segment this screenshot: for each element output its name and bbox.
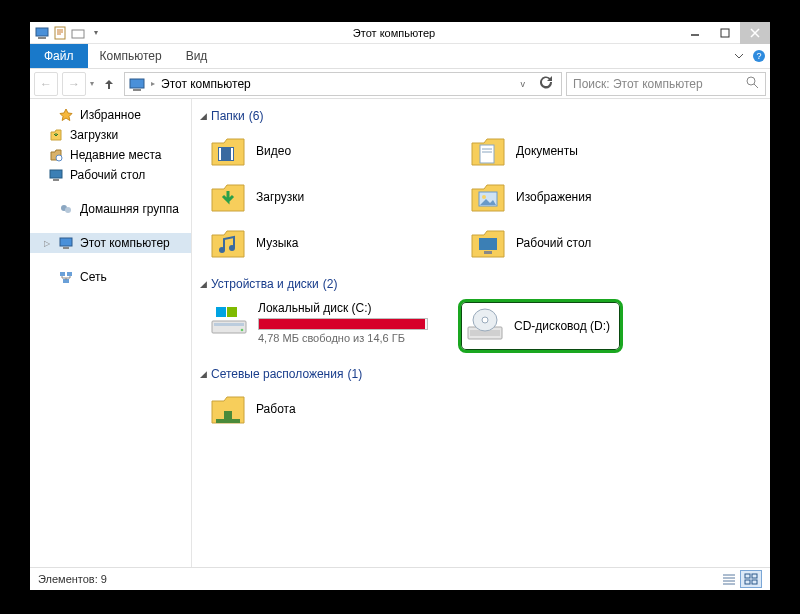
maximize-button[interactable] — [710, 22, 740, 44]
svg-point-10 — [747, 77, 755, 85]
sidebar-homegroup[interactable]: Домашняя группа — [30, 199, 191, 219]
up-button[interactable] — [98, 77, 120, 91]
svg-point-12 — [56, 155, 62, 161]
svg-rect-38 — [227, 307, 237, 317]
chevron-right-icon[interactable]: ▸ — [151, 79, 155, 88]
window-title: Этот компьютер — [108, 27, 680, 39]
tab-view[interactable]: Вид — [174, 44, 220, 68]
collapse-icon: ◢ — [200, 111, 207, 121]
netloc-work[interactable]: Работа — [208, 389, 458, 429]
svg-rect-20 — [67, 272, 72, 276]
svg-rect-33 — [484, 251, 492, 254]
search-placeholder: Поиск: Этот компьютер — [573, 77, 746, 91]
folder-icon — [470, 133, 506, 169]
svg-rect-1 — [38, 37, 46, 39]
network-icon — [58, 269, 74, 285]
hdd-icon — [210, 301, 248, 339]
quick-access-toolbar: ▾ — [30, 25, 108, 41]
svg-point-16 — [65, 207, 71, 213]
drive-local-c[interactable]: Локальный диск (C:) 4,78 МБ свободно из … — [208, 299, 448, 353]
network-folder-icon — [210, 391, 246, 427]
sidebar-item-recent[interactable]: Недавние места — [30, 145, 191, 165]
properties-icon[interactable] — [52, 25, 68, 41]
svg-rect-45 — [752, 574, 757, 578]
folder-icon — [470, 179, 506, 215]
recent-icon — [48, 147, 64, 163]
expand-icon[interactable]: ▷ — [44, 239, 52, 248]
svg-rect-37 — [216, 307, 226, 317]
folder-icon — [210, 179, 246, 215]
content-pane: ◢ Папки (6) Видео Документы Загрузки — [192, 99, 770, 567]
help-button[interactable]: ? — [748, 44, 770, 68]
drive-cd-d[interactable]: CD-дисковод (D:) — [458, 299, 623, 353]
tab-file[interactable]: Файл — [30, 44, 88, 68]
svg-text:?: ? — [756, 51, 761, 61]
section-drives-header[interactable]: ◢ Устройства и диски (2) — [200, 271, 762, 299]
svg-rect-46 — [745, 580, 750, 584]
folder-desktop[interactable]: Рабочий стол — [468, 223, 718, 263]
sidebar-item-downloads[interactable]: Загрузки — [30, 125, 191, 145]
svg-rect-34 — [212, 321, 246, 333]
svg-line-11 — [754, 84, 758, 88]
folder-music[interactable]: Музыка — [208, 223, 458, 263]
star-icon — [58, 107, 74, 123]
sidebar-network[interactable]: Сеть — [30, 267, 191, 287]
svg-rect-25 — [480, 145, 494, 163]
status-bar: Элементов: 9 — [30, 567, 770, 589]
collapse-icon: ◢ — [200, 369, 207, 379]
status-item-count: Элементов: 9 — [38, 573, 107, 585]
breadcrumb-thispc[interactable]: Этот компьютер — [161, 77, 251, 91]
svg-rect-3 — [72, 30, 84, 38]
forward-button[interactable]: → — [62, 72, 86, 96]
qa-dropdown-icon[interactable]: ▾ — [88, 25, 104, 41]
folder-downloads[interactable]: Загрузки — [208, 177, 458, 217]
svg-rect-5 — [721, 29, 729, 37]
thispc-icon — [129, 76, 145, 92]
folder-icon — [210, 133, 246, 169]
svg-rect-35 — [214, 323, 244, 326]
svg-point-36 — [241, 329, 244, 332]
svg-rect-19 — [60, 272, 65, 276]
desktop-icon — [48, 167, 64, 183]
sidebar-thispc[interactable]: ▷ Этот компьютер — [30, 233, 191, 253]
refresh-button[interactable] — [535, 75, 557, 92]
tab-computer[interactable]: Компьютер — [88, 44, 174, 68]
cd-drive-icon — [466, 307, 504, 345]
folder-pictures[interactable]: Изображения — [468, 177, 718, 217]
sidebar-item-desktop[interactable]: Рабочий стол — [30, 165, 191, 185]
svg-rect-32 — [479, 238, 497, 250]
thispc-icon — [34, 25, 50, 41]
titlebar: ▾ Этот компьютер — [30, 22, 770, 44]
thispc-icon — [58, 235, 74, 251]
section-folders-header[interactable]: ◢ Папки (6) — [200, 103, 762, 131]
sidebar-favorites[interactable]: Избранное — [30, 105, 191, 125]
folder-videos[interactable]: Видео — [208, 131, 458, 171]
close-button[interactable] — [740, 22, 770, 44]
svg-point-42 — [482, 317, 488, 323]
svg-rect-44 — [745, 574, 750, 578]
address-dropdown-icon[interactable]: v — [517, 79, 530, 89]
section-netloc-header[interactable]: ◢ Сетевые расположения (1) — [200, 361, 762, 389]
navigation-bar: ← → ▾ ▸ Этот компьютер v Поиск: Этот ком… — [30, 69, 770, 99]
view-tiles-button[interactable] — [740, 570, 762, 588]
ribbon-expand-button[interactable] — [730, 44, 748, 68]
homegroup-icon — [58, 201, 74, 217]
svg-rect-0 — [36, 28, 48, 36]
explorer-window: ▾ Этот компьютер Файл Компьютер Вид ? — [30, 22, 770, 590]
search-input[interactable]: Поиск: Этот компьютер — [566, 72, 766, 96]
svg-rect-24 — [231, 148, 233, 160]
svg-rect-23 — [219, 148, 221, 160]
minimize-button[interactable] — [680, 22, 710, 44]
folder-icon — [210, 225, 246, 261]
back-button[interactable]: ← — [34, 72, 58, 96]
recent-locations-dropdown[interactable]: ▾ — [90, 79, 94, 88]
folder-documents[interactable]: Документы — [468, 131, 718, 171]
svg-point-29 — [482, 195, 486, 199]
address-bar[interactable]: ▸ Этот компьютер v — [124, 72, 562, 96]
folder-icon — [470, 225, 506, 261]
new-folder-icon[interactable] — [70, 25, 86, 41]
svg-rect-13 — [50, 170, 62, 178]
svg-rect-9 — [133, 89, 141, 91]
svg-point-31 — [229, 245, 235, 251]
view-details-button[interactable] — [718, 570, 740, 588]
